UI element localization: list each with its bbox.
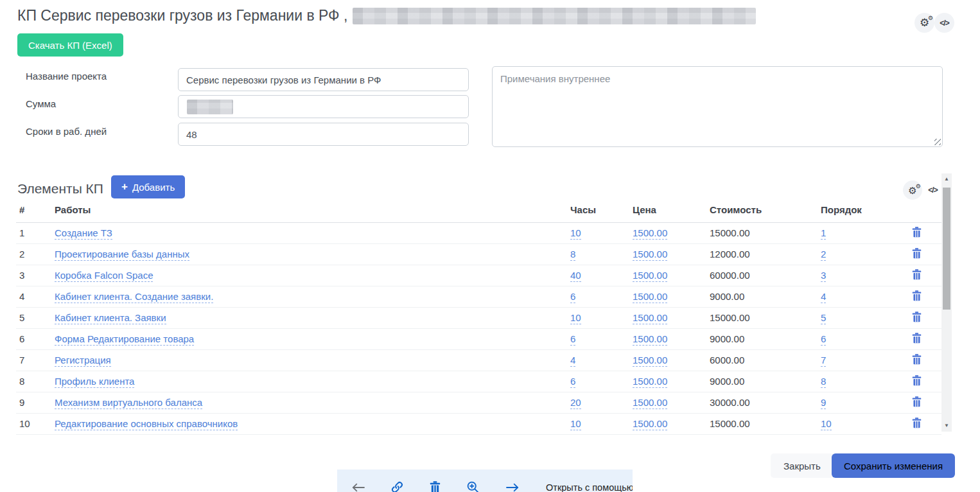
order-link[interactable]: 1 xyxy=(821,227,826,240)
delete-row-button[interactable] xyxy=(912,396,922,407)
order-link[interactable]: 5 xyxy=(821,312,826,324)
elements-section-title: Элементы КП xyxy=(17,181,103,197)
delete-row-button[interactable] xyxy=(912,354,922,365)
delete-row-button[interactable] xyxy=(912,312,922,322)
trash-icon xyxy=(912,248,922,259)
delete-row-button[interactable] xyxy=(912,290,922,301)
order-link[interactable]: 6 xyxy=(821,333,826,346)
col-header-price: Цена xyxy=(631,202,708,222)
price-link[interactable]: 1500.00 xyxy=(633,291,667,303)
price-link[interactable]: 1500.00 xyxy=(633,312,667,324)
copy-link-icon[interactable] xyxy=(390,480,404,492)
cost-value: 9000.00 xyxy=(708,286,819,307)
sum-label: Сумма xyxy=(26,98,56,109)
cost-value: 12000.00 xyxy=(708,243,819,265)
delete-row-button[interactable] xyxy=(912,417,922,428)
trash-icon xyxy=(912,375,922,386)
order-link[interactable]: 8 xyxy=(821,376,826,388)
table-row: 6 Форма Редактирование товара 6 1500.00 … xyxy=(16,328,941,349)
save-changes-button[interactable]: Сохранить изменения xyxy=(832,453,955,478)
open-with-label[interactable]: Открыть с помощью xyxy=(546,482,633,492)
cost-value: 30000.00 xyxy=(708,392,819,413)
scroll-down-arrow-icon[interactable]: ▼ xyxy=(941,421,952,430)
row-number: 3 xyxy=(16,265,51,286)
work-name-link[interactable]: Коробка Falcon Space xyxy=(55,270,153,282)
row-number: 10 xyxy=(16,413,51,434)
download-kp-excel-button[interactable]: Скачать КП (Excel) xyxy=(17,33,123,57)
work-name-link[interactable]: Кабинет клиента. Создание заявки. xyxy=(55,291,213,303)
delete-row-button[interactable] xyxy=(912,248,922,259)
add-element-button[interactable]: + Добавить xyxy=(111,175,185,198)
cost-value: 60000.00 xyxy=(708,265,819,286)
table-row: 2 Проектирование базы данных 8 1500.00 1… xyxy=(16,243,941,265)
hours-link[interactable]: 4 xyxy=(570,355,575,367)
close-button[interactable]: Закрыть xyxy=(771,453,834,478)
hours-link[interactable]: 40 xyxy=(570,270,581,282)
cost-value: 15000.00 xyxy=(708,222,819,243)
delete-icon[interactable] xyxy=(430,481,441,492)
trash-icon xyxy=(912,269,922,280)
order-link[interactable]: 2 xyxy=(821,249,826,261)
delete-row-button[interactable] xyxy=(912,227,922,238)
trash-icon xyxy=(912,290,922,301)
hours-link[interactable]: 6 xyxy=(570,291,575,303)
settings-button[interactable]: ⚙⚙ xyxy=(914,13,934,33)
order-link[interactable]: 9 xyxy=(821,397,826,409)
order-link[interactable]: 3 xyxy=(821,270,826,282)
scrollbar-thumb[interactable] xyxy=(943,188,950,310)
hours-link[interactable]: 6 xyxy=(570,333,575,346)
work-name-link[interactable]: Проектирование базы данных xyxy=(55,249,189,261)
hours-link[interactable]: 20 xyxy=(570,397,581,409)
table-row: 5 Кабинет клиента. Заявки 10 1500.00 150… xyxy=(16,307,941,328)
work-name-link[interactable]: Форма Редактирование товара xyxy=(55,333,194,346)
redacted-title-block xyxy=(353,8,756,24)
order-link[interactable]: 10 xyxy=(821,418,832,430)
price-link[interactable]: 1500.00 xyxy=(633,227,667,240)
code-button[interactable]: </> xyxy=(934,13,954,33)
scroll-up-arrow-icon[interactable]: ▲ xyxy=(941,175,952,184)
table-row: 1 Создание ТЗ 10 1500.00 15000.00 1 xyxy=(16,222,941,243)
price-link[interactable]: 1500.00 xyxy=(633,376,667,388)
work-name-link[interactable]: Создание ТЗ xyxy=(55,227,112,240)
work-name-link[interactable]: Кабинет клиента. Заявки xyxy=(55,312,166,324)
back-arrow-icon[interactable] xyxy=(351,482,365,492)
kp-elements-table: # Работы Часы Цена Стоимость Порядок 1 С… xyxy=(16,202,941,435)
price-link[interactable]: 1500.00 xyxy=(633,355,667,367)
zoom-in-icon[interactable] xyxy=(466,480,480,492)
hours-link[interactable]: 6 xyxy=(570,376,575,388)
order-link[interactable]: 7 xyxy=(821,355,826,367)
page-title: КП Сервис перевозки грузов из Германии в… xyxy=(17,7,756,24)
price-link[interactable]: 1500.00 xyxy=(633,333,667,346)
page-title-text: КП Сервис перевозки грузов из Германии в… xyxy=(17,7,347,24)
order-link[interactable]: 4 xyxy=(821,291,826,303)
hours-link[interactable]: 10 xyxy=(570,227,581,240)
hours-link[interactable]: 8 xyxy=(570,249,575,261)
price-link[interactable]: 1500.00 xyxy=(633,270,667,282)
internal-notes-textarea[interactable] xyxy=(492,66,943,147)
hours-link[interactable]: 10 xyxy=(570,418,581,430)
work-name-link[interactable]: Профиль клиента xyxy=(55,376,134,388)
table-settings-button[interactable]: ⚙⚙ xyxy=(903,180,922,200)
price-link[interactable]: 1500.00 xyxy=(633,249,667,261)
project-name-input[interactable] xyxy=(178,68,469,91)
gear-icon: ⚙⚙ xyxy=(920,17,929,28)
work-name-link[interactable]: Регистрация xyxy=(55,355,111,367)
vertical-scrollbar[interactable]: ▲ ▼ xyxy=(941,173,952,432)
hours-link[interactable]: 10 xyxy=(570,312,581,324)
work-name-link[interactable]: Механизм виртуального баланса xyxy=(55,397,202,409)
delete-row-button[interactable] xyxy=(912,375,922,386)
forward-arrow-icon[interactable] xyxy=(505,482,520,492)
row-number: 1 xyxy=(16,222,51,243)
table-code-button[interactable]: </> xyxy=(923,180,942,199)
add-element-label: Добавить xyxy=(132,182,175,193)
trash-icon xyxy=(912,333,922,344)
price-link[interactable]: 1500.00 xyxy=(633,418,667,430)
delete-row-button[interactable] xyxy=(912,333,922,344)
price-link[interactable]: 1500.00 xyxy=(633,397,667,409)
code-icon: </> xyxy=(940,19,949,28)
screenshot-overlay-toolbar: Открыть с помощью xyxy=(337,470,633,492)
col-header-hours: Часы xyxy=(568,202,631,222)
delete-row-button[interactable] xyxy=(912,269,922,280)
days-input[interactable] xyxy=(178,123,469,146)
work-name-link[interactable]: Редактирование основных справочников xyxy=(55,418,238,430)
